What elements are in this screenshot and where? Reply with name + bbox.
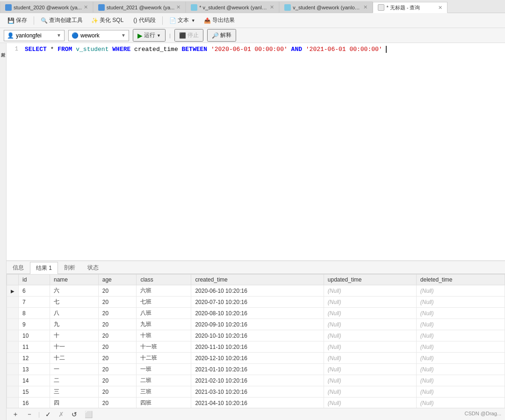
cell-created_time[interactable]: 2021-03-10 10:20:16 [191,386,324,398]
cell-id[interactable]: 10 [19,330,50,341]
run-button[interactable]: ▶ 运行 ▼ [133,29,166,42]
cell-deleted_time[interactable]: (Null) [416,364,505,375]
cell-name[interactable]: 二 [50,375,98,386]
cell-updated_time[interactable]: (Null) [324,319,416,330]
cell-deleted_time[interactable]: (Null) [416,386,505,398]
tab-untitled-query[interactable]: * 无标题 - 查询 ✕ [373,2,447,13]
cell-created_time[interactable]: 2020-08-10 10:20:16 [191,308,324,319]
cell-id[interactable]: 11 [19,341,50,353]
col-header-age[interactable]: age [98,275,137,285]
cell-deleted_time[interactable]: (Null) [416,297,505,308]
cell-updated_time[interactable]: (Null) [324,353,416,364]
cell-updated_time[interactable]: (Null) [324,398,416,408]
tab-status[interactable]: 状态 [81,261,105,274]
cell-age[interactable]: 20 [98,398,137,408]
cell-deleted_time[interactable]: (Null) [416,341,505,353]
table-row[interactable]: 7七20七班2020-07-10 10:20:16(Null)(Null) [7,297,505,308]
cell-updated_time[interactable]: (Null) [324,285,416,297]
table-row[interactable]: 11十一20十一班2020-11-10 10:20:16(Null)(Null) [7,341,505,353]
cell-class[interactable]: 十一班 [137,341,191,353]
cell-deleted_time[interactable]: (Null) [416,319,505,330]
table-row[interactable]: 16四20四班2021-04-10 10:20:16(Null)(Null) [7,398,505,408]
table-row[interactable]: 9九20九班2020-09-10 10:20:16(Null)(Null) [7,319,505,330]
cell-deleted_time[interactable]: (Null) [416,398,505,408]
cell-created_time[interactable]: 2021-01-10 10:20:16 [191,364,324,375]
tab-vstudent2[interactable]: v_student @wework (yanlon... ✕ [279,1,373,13]
cell-class[interactable]: 六班 [137,285,191,297]
db-select[interactable]: 🔵 wework ▼ [68,30,129,41]
table-row[interactable]: ▶6六20六班2020-06-10 10:20:16(Null)(Null) [7,285,505,297]
cell-age[interactable]: 20 [98,330,137,341]
tab-close-icon[interactable]: ✕ [176,4,180,10]
cell-deleted_time[interactable]: (Null) [416,353,505,364]
delete-row-button[interactable]: － [24,410,35,419]
cell-age[interactable]: 20 [98,341,137,353]
cell-created_time[interactable]: 2020-10-10 10:20:16 [191,330,324,341]
cell-name[interactable]: 十 [50,330,98,341]
cell-updated_time[interactable]: (Null) [324,386,416,398]
cell-updated_time[interactable]: (Null) [324,341,416,353]
tab-explain[interactable]: 剖析 [58,261,81,274]
table-row[interactable]: 8八20八班2020-08-10 10:20:16(Null)(Null) [7,308,505,319]
cell-age[interactable]: 20 [98,297,137,308]
table-row[interactable]: 10十20十班2020-10-10 10:20:16(Null)(Null) [7,330,505,341]
tab-info[interactable]: 信息 [7,261,30,274]
cell-class[interactable]: 二班 [137,375,191,386]
sql-editor[interactable]: 1 SELECT * FROM v_student WHERE created_… [7,43,505,261]
cell-id[interactable]: 9 [19,319,50,330]
cell-age[interactable]: 20 [98,386,137,398]
col-header-updated-time[interactable]: updated_time [324,275,416,285]
cell-created_time[interactable]: 2020-11-10 10:20:16 [191,341,324,353]
text-button[interactable]: 📄 文本 ▼ [166,15,199,26]
table-row[interactable]: 13一20一班2021-01-10 10:20:16(Null)(Null) [7,364,505,375]
col-header-deleted-time[interactable]: deleted_time [416,275,505,285]
add-row-button[interactable]: ＋ [10,410,21,419]
cell-deleted_time[interactable]: (Null) [416,285,505,297]
query-tool-button[interactable]: 🔍 查询创建工具 [37,15,87,26]
cell-id[interactable]: 6 [19,285,50,297]
table-row[interactable]: 12十二20十二班2020-12-10 10:20:16(Null)(Null) [7,353,505,364]
tab-student2020[interactable]: student_2020 @wework (ya... ✕ [0,1,93,13]
cell-name[interactable]: 一 [50,364,98,375]
save-button[interactable]: 💾 保存 [4,15,31,26]
cell-created_time[interactable]: 2020-06-10 10:20:16 [191,285,324,297]
cell-name[interactable]: 十二 [50,353,98,364]
cell-id[interactable]: 8 [19,308,50,319]
col-header-id[interactable]: id [19,275,50,285]
table-row[interactable]: 15三20三班2021-03-10 10:20:16(Null)(Null) [7,386,505,398]
cell-name[interactable]: 六 [50,285,98,297]
cancel-edit-button[interactable]: ✗ [57,411,66,418]
tab-close-icon[interactable]: ✕ [270,4,274,10]
cell-updated_time[interactable]: (Null) [324,297,416,308]
confirm-button[interactable]: ✓ [43,411,53,418]
tab-close-icon[interactable]: ✕ [363,4,368,10]
cell-name[interactable]: 九 [50,319,98,330]
cell-class[interactable]: 十班 [137,330,191,341]
cell-class[interactable]: 三班 [137,386,191,398]
cell-class[interactable]: 四班 [137,398,191,408]
cell-class[interactable]: 八班 [137,308,191,319]
cell-age[interactable]: 20 [98,364,137,375]
tab-close-icon[interactable]: ✕ [84,4,88,10]
cell-class[interactable]: 一班 [137,364,191,375]
cell-id[interactable]: 14 [19,375,50,386]
cell-id[interactable]: 15 [19,386,50,398]
cell-id[interactable]: 16 [19,398,50,408]
cell-age[interactable]: 20 [98,308,137,319]
cell-created_time[interactable]: 2020-12-10 10:20:16 [191,353,324,364]
cell-id[interactable]: 7 [19,297,50,308]
cell-age[interactable]: 20 [98,375,137,386]
cell-age[interactable]: 20 [98,353,137,364]
cell-id[interactable]: 12 [19,353,50,364]
tab-close-icon[interactable]: ✕ [438,5,442,11]
cell-class[interactable]: 十二班 [137,353,191,364]
table-row[interactable]: 14二20二班2021-02-10 10:20:16(Null)(Null) [7,375,505,386]
cell-name[interactable]: 七 [50,297,98,308]
export-button[interactable]: 📤 导出结果 [200,15,238,26]
refresh-button[interactable]: ↺ [70,411,79,418]
col-header-class[interactable]: class [137,275,191,285]
cell-name[interactable]: 八 [50,308,98,319]
col-header-created-time[interactable]: created_time [191,275,324,285]
cell-updated_time[interactable]: (Null) [324,308,416,319]
col-header-name[interactable]: name [50,275,98,285]
